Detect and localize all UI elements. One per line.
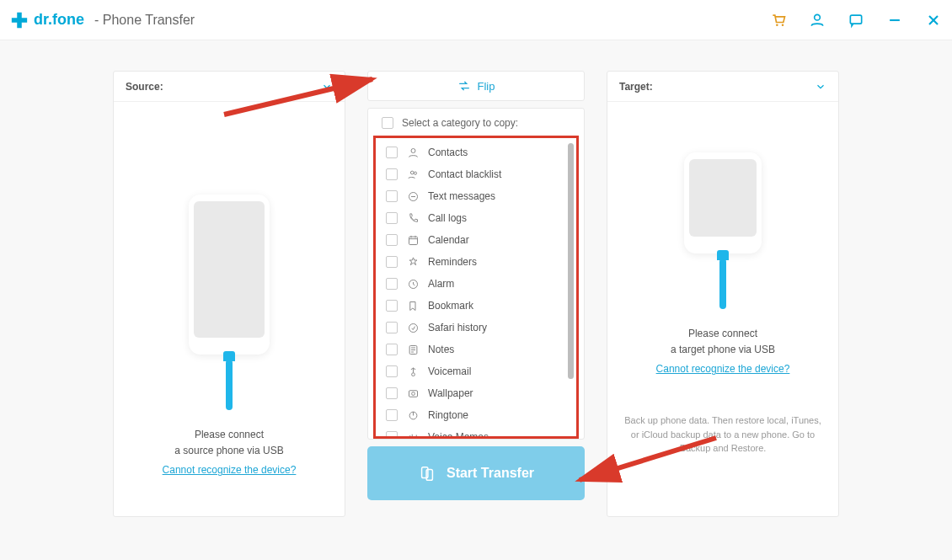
category-row[interactable]: Alarm xyxy=(382,273,570,295)
target-help-link[interactable]: Cannot recognize the device? xyxy=(656,363,790,375)
category-checkbox[interactable] xyxy=(386,168,398,180)
svg-rect-3 xyxy=(850,15,861,24)
target-header[interactable]: Target: xyxy=(607,72,838,102)
svg-point-1 xyxy=(782,24,784,26)
chevron-down-icon[interactable] xyxy=(815,81,826,93)
category-icon xyxy=(406,387,420,400)
category-row[interactable]: Bookmark xyxy=(382,295,570,317)
usb-cable-icon xyxy=(226,360,233,410)
svg-point-17 xyxy=(411,392,414,395)
category-row[interactable]: Reminders xyxy=(382,251,570,273)
chevron-down-icon[interactable] xyxy=(321,81,333,93)
source-hint: Please connect a source phone via USB xyxy=(174,427,283,459)
category-checkbox[interactable] xyxy=(386,234,398,246)
start-transfer-button[interactable]: Start Transfer xyxy=(367,446,585,500)
select-prompt: Select a category to copy: xyxy=(402,117,518,129)
source-help-link[interactable]: Cannot recognize the device? xyxy=(163,464,297,476)
category-panel: Select a category to copy: ContactsConta… xyxy=(367,108,585,440)
category-icon xyxy=(406,343,420,356)
target-note: Back up phone data. Then restore local, … xyxy=(607,413,838,456)
category-checkbox[interactable] xyxy=(386,300,398,312)
category-checkbox[interactable] xyxy=(386,409,398,421)
target-label: Target: xyxy=(619,81,653,93)
category-icon xyxy=(406,408,420,422)
target-illustration: Please connect a target phone via USB Ca… xyxy=(607,102,838,456)
category-label: Voice Memos xyxy=(428,431,489,439)
logo-icon xyxy=(10,11,29,29)
category-row[interactable]: Voice Memos xyxy=(382,426,570,439)
brand-text: dr.fone xyxy=(34,11,84,29)
svg-point-8 xyxy=(410,171,414,174)
category-icon xyxy=(406,277,420,291)
category-label: Ringtone xyxy=(428,409,468,421)
category-icon xyxy=(406,146,420,159)
category-row[interactable]: Calendar xyxy=(382,229,570,251)
category-checkbox[interactable] xyxy=(386,190,398,202)
svg-point-9 xyxy=(414,172,416,174)
category-icon xyxy=(406,168,420,181)
target-hint: Please connect a target phone via USB xyxy=(671,326,775,358)
category-label: Contacts xyxy=(428,147,468,158)
category-label: Reminders xyxy=(428,256,477,268)
window-controls xyxy=(770,12,942,29)
source-header[interactable]: Source: xyxy=(114,72,345,102)
category-checkbox[interactable] xyxy=(386,212,398,224)
scrollbar-thumb[interactable] xyxy=(568,143,574,379)
svg-point-13 xyxy=(409,323,417,332)
category-checkbox[interactable] xyxy=(386,322,398,333)
category-label: Calendar xyxy=(428,234,469,246)
phones-icon xyxy=(418,464,436,483)
svg-point-7 xyxy=(411,148,415,152)
category-label: Text messages xyxy=(428,190,495,202)
category-icon xyxy=(406,233,420,247)
category-checkbox[interactable] xyxy=(386,256,398,268)
cart-icon[interactable] xyxy=(770,12,787,29)
flip-icon xyxy=(457,79,471,93)
category-row[interactable]: Voicemail xyxy=(382,360,570,382)
category-row[interactable]: Contacts xyxy=(382,141,570,163)
category-row[interactable]: Ringtone xyxy=(382,404,570,426)
select-all-checkbox[interactable] xyxy=(382,117,393,129)
category-icon xyxy=(406,255,420,269)
category-row[interactable]: Text messages xyxy=(382,185,570,207)
category-checkbox[interactable] xyxy=(386,344,398,355)
close-button[interactable] xyxy=(925,12,942,29)
main-stage: Source: Please connect a source phone vi… xyxy=(0,40,952,517)
phone-icon xyxy=(684,152,762,253)
category-checkbox[interactable] xyxy=(386,365,398,377)
svg-rect-11 xyxy=(409,237,417,244)
app-logo: dr.fone - Phone Transfer xyxy=(10,11,195,29)
account-icon[interactable] xyxy=(809,12,826,29)
category-row[interactable]: Notes xyxy=(382,339,570,360)
category-label: Contact blacklist xyxy=(428,168,501,180)
start-label: Start Transfer xyxy=(447,466,534,481)
source-label: Source: xyxy=(126,81,163,93)
feedback-icon[interactable] xyxy=(848,12,864,29)
category-checkbox[interactable] xyxy=(386,278,398,290)
category-row[interactable]: Safari history xyxy=(382,317,570,339)
center-column: Flip Select a category to copy: Contacts… xyxy=(367,71,585,517)
category-row[interactable]: Call logs xyxy=(382,207,570,229)
category-row[interactable]: Contact blacklist xyxy=(382,163,570,185)
category-label: Call logs xyxy=(428,212,467,224)
category-icon xyxy=(406,299,420,312)
category-checkbox[interactable] xyxy=(386,147,398,158)
flip-button[interactable]: Flip xyxy=(367,71,585,101)
category-checkbox[interactable] xyxy=(386,387,398,399)
category-icon xyxy=(406,211,420,225)
minimize-button[interactable] xyxy=(886,12,903,29)
category-row[interactable]: Wallpaper xyxy=(382,382,570,404)
category-label: Safari history xyxy=(428,322,487,333)
category-label: Bookmark xyxy=(428,300,473,312)
category-label: Notes xyxy=(428,344,454,355)
usb-cable-icon xyxy=(719,259,726,309)
category-highlight-box: ContactsContact blacklistText messagesCa… xyxy=(373,136,579,439)
category-checkbox[interactable] xyxy=(386,431,398,439)
svg-point-15 xyxy=(411,372,414,376)
category-label: Wallpaper xyxy=(428,387,473,399)
category-icon xyxy=(406,321,420,334)
target-panel: Target: Please connect a target phone vi… xyxy=(607,71,839,517)
select-all-row: Select a category to copy: xyxy=(368,117,584,136)
svg-point-2 xyxy=(815,14,821,20)
category-label: Alarm xyxy=(428,278,454,290)
